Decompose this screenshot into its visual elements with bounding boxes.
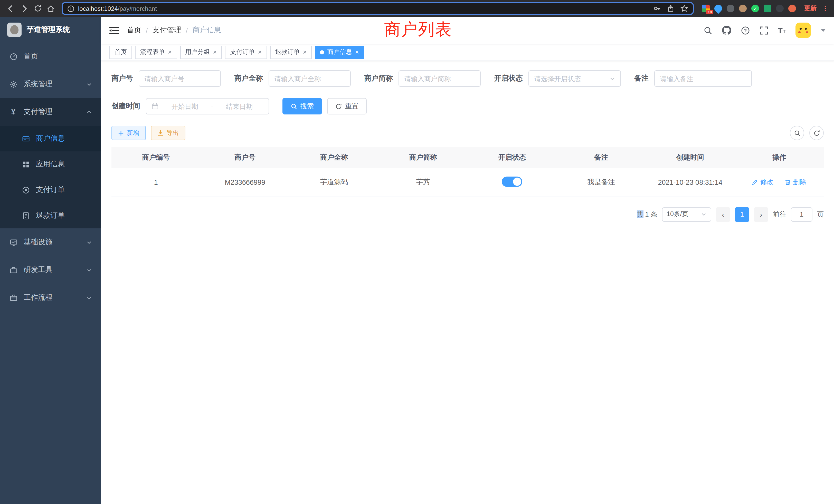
date-range-picker[interactable]: - <box>146 98 269 114</box>
tab-merchant-info[interactable]: 商户信息 × <box>315 45 364 59</box>
address-bar[interactable]: localhost:1024/pay/merchant <box>62 2 694 15</box>
merchant-no-input[interactable] <box>144 75 215 83</box>
sidebar-toggle-icon[interactable] <box>109 26 118 34</box>
close-icon[interactable]: × <box>355 49 359 55</box>
github-icon[interactable] <box>722 26 731 35</box>
add-button[interactable]: 新增 <box>111 126 146 140</box>
breadcrumb-separator: / <box>186 26 188 35</box>
extension-pin-icon[interactable] <box>776 5 784 12</box>
page-info-icon[interactable] <box>67 5 74 12</box>
font-size-icon[interactable]: TT <box>778 26 786 35</box>
tab-refund-order[interactable]: 退款订单 × <box>270 45 312 59</box>
short-name-input[interactable] <box>404 75 475 83</box>
tab-label: 首页 <box>114 48 127 56</box>
next-page-button[interactable]: › <box>754 207 768 222</box>
delete-link-label: 删除 <box>793 178 806 187</box>
sidebar-item-app-info[interactable]: 应用信息 <box>0 152 101 177</box>
chevron-down-icon <box>86 267 92 273</box>
sidebar-item-infrastructure[interactable]: 基础设施 <box>0 228 101 256</box>
extension-notes-icon[interactable] <box>764 5 771 12</box>
avatar[interactable] <box>795 23 811 38</box>
gear-icon <box>9 80 18 88</box>
export-button-label: 导出 <box>167 129 179 137</box>
col-merchant-no: 商户号 <box>200 147 290 168</box>
reset-button[interactable]: 重置 <box>327 98 367 114</box>
sidebar-item-payment-management[interactable]: ¥ 支付管理 <box>0 98 101 126</box>
prev-page-button[interactable]: ‹ <box>716 207 730 222</box>
browser-forward-icon[interactable] <box>19 3 30 14</box>
extension-avatar-icon[interactable] <box>739 5 747 12</box>
sidebar-item-label: 工作流程 <box>24 293 52 302</box>
calendar-icon <box>152 102 159 110</box>
sidebar-item-workflow[interactable]: 工作流程 <box>0 284 101 312</box>
tab-user-group[interactable]: 用户分组 × <box>180 45 222 59</box>
browser-update-button[interactable]: 更新 <box>801 4 820 13</box>
sidebar-item-dev-tools[interactable]: 研发工具 <box>0 256 101 284</box>
end-date-input[interactable] <box>215 102 263 110</box>
search-button[interactable]: 搜索 <box>282 98 322 114</box>
infra-monitor-icon <box>9 238 18 246</box>
chevron-down-icon <box>610 76 615 81</box>
sidebar-item-label: 研发工具 <box>24 265 52 275</box>
extension-grid-icon[interactable]: 10 <box>702 5 710 12</box>
full-name-label: 商户全称 <box>234 74 263 83</box>
pagination-total-count: 1 <box>645 210 649 218</box>
close-icon[interactable]: × <box>213 49 217 55</box>
status-select-input[interactable] <box>534 75 608 83</box>
tab-home[interactable]: 首页 <box>109 45 132 59</box>
pagination-total-suffix: 条 <box>651 210 657 218</box>
export-button[interactable]: 导出 <box>151 126 185 140</box>
search-icon[interactable] <box>703 26 712 35</box>
breadcrumb-home[interactable]: 首页 <box>127 26 141 35</box>
sidebar-item-home[interactable]: 首页 <box>0 43 101 70</box>
table-header-row: 商户编号 商户号 商户全称 商户简称 开启状态 备注 创建时间 操作 <box>111 147 824 168</box>
tab-process-form[interactable]: 流程表单 × <box>135 45 177 59</box>
full-name-input[interactable] <box>274 75 345 83</box>
sidebar-item-merchant-info[interactable]: 商户信息 <box>0 126 101 152</box>
sidebar-item-refund-orders[interactable]: 退款订单 <box>0 203 101 228</box>
toggle-search-button[interactable] <box>790 126 804 140</box>
bookmark-star-icon[interactable] <box>680 5 688 12</box>
fullscreen-icon[interactable] <box>759 26 768 35</box>
page-size-select[interactable]: 10条/页 <box>662 207 711 222</box>
extension-drop-icon[interactable] <box>713 3 724 14</box>
order-target-icon <box>22 186 30 194</box>
extension-check-icon[interactable]: ✓ <box>751 5 759 12</box>
page-1-button[interactable]: 1 <box>735 207 749 222</box>
screen: localhost:1024/pay/merchant 10 ✓ <box>0 0 834 504</box>
browser-home-icon[interactable] <box>45 3 57 14</box>
navbar-actions: ? TT <box>703 23 826 38</box>
avatar-caret-icon[interactable] <box>821 29 826 32</box>
payment-management-group: ¥ 支付管理 商户信息 <box>0 98 101 228</box>
col-create-time: 创建时间 <box>646 147 735 168</box>
filter-row-1: 商户号 商户全称 商户简称 开启状态 <box>111 70 824 87</box>
status-toggle[interactable] <box>502 176 522 187</box>
extension-dark-icon[interactable] <box>727 5 734 12</box>
edit-link[interactable]: 修改 <box>752 178 774 187</box>
browser-back-icon[interactable] <box>5 3 17 14</box>
close-icon[interactable]: × <box>168 49 172 55</box>
delete-link[interactable]: 删除 <box>785 178 806 187</box>
extension-profile-icon[interactable] <box>788 5 796 12</box>
password-key-icon[interactable] <box>653 5 661 12</box>
tab-payment-order[interactable]: 支付订单 × <box>225 45 267 59</box>
status-select[interactable] <box>528 70 621 87</box>
sidebar-item-system-management[interactable]: 系统管理 <box>0 70 101 98</box>
goto-page-input[interactable] <box>791 207 812 222</box>
browser-reload-icon[interactable] <box>32 3 43 14</box>
help-icon[interactable]: ? <box>741 26 749 35</box>
refresh-table-button[interactable] <box>809 126 824 140</box>
close-icon[interactable]: × <box>303 49 307 55</box>
goto-suffix: 页 <box>817 210 824 219</box>
browser-menu-icon[interactable]: ⋮ <box>822 5 829 12</box>
start-date-input[interactable] <box>161 102 209 110</box>
app-logo[interactable]: 芋道管理系统 <box>0 17 101 43</box>
share-icon[interactable] <box>667 5 674 12</box>
page-content: 商户号 商户全称 商户简称 开启状态 <box>101 61 834 504</box>
sidebar-item-payment-orders[interactable]: 支付订单 <box>0 177 101 203</box>
col-full-name: 商户全称 <box>290 147 379 168</box>
close-icon[interactable]: × <box>258 49 262 55</box>
create-time-field: 创建时间 - <box>111 98 269 114</box>
remark-input[interactable] <box>660 75 746 83</box>
breadcrumb-payment-management[interactable]: 支付管理 <box>153 26 181 35</box>
